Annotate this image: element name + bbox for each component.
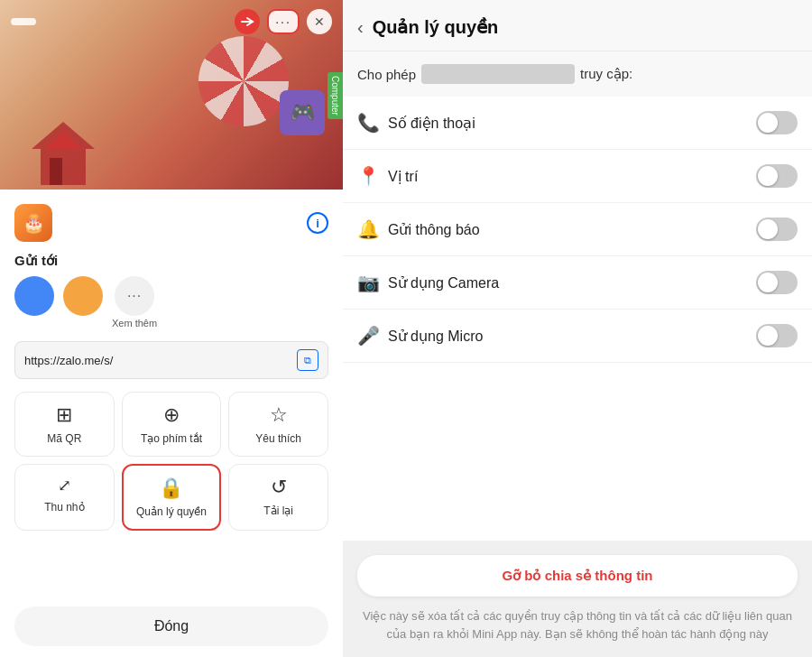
- app-icon: 🎂: [14, 204, 52, 242]
- contact-item[interactable]: [14, 276, 54, 328]
- action-minimize[interactable]: ⤢ Thu nhỏ: [14, 464, 115, 531]
- action-grid: ⊞ Mã QR ⊕ Tạo phím tắt ☆ Yêu thích ⤢ Thu…: [14, 392, 328, 531]
- game-title-pill: [11, 18, 36, 25]
- qr-icon: ⊞: [56, 403, 72, 427]
- perm-phone-label: Số điện thoại: [388, 115, 756, 132]
- contacts-row: ··· Xem thêm: [14, 276, 328, 328]
- shortcut-icon: ⊕: [163, 403, 180, 427]
- more-options-button[interactable]: ···: [267, 9, 300, 34]
- reload-label: Tải lại: [263, 504, 293, 517]
- send-to-label: Gửi tới: [14, 253, 328, 269]
- camera-icon: 📷: [357, 272, 388, 293]
- share-panel: 🎂 i Gửi tới ··· Xem thêm https://zalo.me…: [0, 190, 343, 599]
- favorite-icon: ☆: [270, 403, 288, 427]
- right-panel: ‹ Quản lý quyền Cho phép truy cập: 📞 Số …: [343, 0, 812, 657]
- left-panel: ··· ✕ 🎮 Computer 🎂 i Gửi tới: [0, 0, 343, 657]
- bottom-section: Gỡ bỏ chia sẻ thông tin Việc này sẽ xóa …: [343, 541, 812, 657]
- shortcut-label: Tạo phím tắt: [141, 432, 202, 445]
- info-button[interactable]: i: [307, 212, 328, 234]
- reload-icon: ↺: [271, 476, 287, 499]
- manage-icon: 🔒: [159, 477, 183, 500]
- house-decoration: [27, 117, 99, 190]
- camera-toggle[interactable]: [756, 271, 798, 294]
- candy-decoration: [198, 36, 289, 126]
- perm-camera-label: Sử dụng Camera: [388, 274, 756, 291]
- computer-label: Computer: [328, 72, 343, 119]
- favorite-label: Yêu thích: [255, 432, 301, 445]
- warning-text: Việc này sẽ xóa tất cả các quyền truy cậ…: [357, 607, 798, 643]
- location-icon: 📍: [357, 165, 388, 187]
- redacted-name: [421, 64, 575, 84]
- location-toggle[interactable]: [756, 164, 798, 188]
- contact-item[interactable]: [63, 276, 103, 328]
- manage-label: Quản lý quyền: [136, 505, 207, 518]
- header-icons: ··· ✕: [235, 9, 332, 34]
- perm-phone: 📞 Số điện thoại: [343, 97, 812, 150]
- copy-button[interactable]: ⧉: [297, 349, 318, 371]
- more-contacts-button[interactable]: ··· Xem thêm: [112, 276, 157, 328]
- notify-icon: 🔔: [357, 218, 388, 240]
- quanly-header: ‹ Quản lý quyền: [343, 0, 812, 51]
- xem-them-label: Xem thêm: [112, 318, 157, 328]
- minimize-icon: ⤢: [58, 476, 71, 495]
- phone-toggle[interactable]: [756, 111, 798, 134]
- game-header: ··· ✕ 🎮 Computer: [0, 0, 343, 190]
- action-reload[interactable]: ↺ Tải lại: [228, 464, 328, 531]
- micro-toggle[interactable]: [756, 324, 798, 347]
- contact-avatar: [63, 276, 103, 316]
- action-manage[interactable]: 🔒 Quản lý quyền: [122, 464, 222, 531]
- go-bo-button[interactable]: Gỡ bỏ chia sẻ thông tin: [357, 555, 798, 597]
- perm-camera: 📷 Sử dụng Camera: [343, 256, 812, 310]
- url-row: https://zalo.me/s/ ⧉: [14, 341, 328, 379]
- notify-toggle[interactable]: [756, 217, 798, 241]
- action-qr[interactable]: ⊞ Mã QR: [14, 392, 115, 457]
- url-text: https://zalo.me/s/: [24, 354, 291, 367]
- perm-notify-label: Gửi thông báo: [388, 221, 756, 238]
- phone-icon: 📞: [357, 112, 388, 134]
- micro-icon: 🎤: [357, 325, 388, 347]
- cho-phep-prefix: Cho phép: [357, 67, 416, 82]
- action-favorite[interactable]: ☆ Yêu thích: [228, 392, 328, 457]
- close-game-button[interactable]: ✕: [307, 9, 332, 34]
- app-row: 🎂 i: [14, 204, 328, 242]
- permission-list: 📞 Số điện thoại 📍 Vị trí 🔔 Gửi thông báo…: [343, 97, 812, 541]
- perm-location: 📍 Vị trí: [343, 150, 812, 203]
- game-header-bar: ··· ✕: [0, 9, 343, 34]
- perm-location-label: Vị trí: [388, 168, 756, 185]
- more-icon: ···: [115, 276, 154, 316]
- cho-phep-suffix: truy cập:: [580, 66, 632, 82]
- action-shortcut[interactable]: ⊕ Tạo phím tắt: [122, 392, 222, 457]
- close-bottom-button[interactable]: Đóng: [14, 606, 328, 646]
- minimize-label: Thu nhỏ: [44, 501, 84, 514]
- qr-label: Mã QR: [47, 432, 81, 445]
- contact-avatar: [14, 276, 54, 316]
- perm-micro-label: Sử dụng Micro: [388, 328, 756, 345]
- quanly-title: Quản lý quyền: [373, 16, 499, 38]
- game-avatar: 🎮: [280, 90, 325, 135]
- svg-rect-1: [50, 158, 62, 185]
- perm-micro: 🎤 Sử dụng Micro: [343, 310, 812, 363]
- back-button[interactable]: ‹: [357, 17, 364, 38]
- arrow-indicator: [235, 9, 260, 34]
- cho-phep-row: Cho phép truy cập:: [343, 51, 812, 97]
- perm-notify: 🔔 Gửi thông báo: [343, 203, 812, 256]
